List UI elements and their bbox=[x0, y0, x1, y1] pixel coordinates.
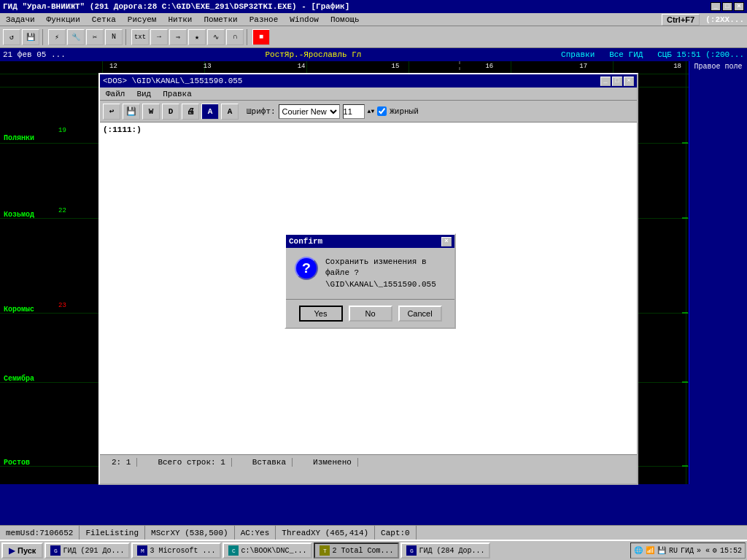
dos-editor-statusbar: 2: 1 Всего строк: 1 Вставка Изменено bbox=[100, 454, 637, 469]
taskbar-item-total-com[interactable]: T 2 Total Com... bbox=[314, 542, 399, 559]
question-icon: ? bbox=[295, 257, 318, 280]
toolbar-btn-5[interactable]: ✂ bbox=[86, 29, 104, 45]
font-select-area: Шрифт: Courier New ▲▼ Жирный bbox=[247, 104, 419, 119]
dos-status-mode: Вставка bbox=[247, 458, 293, 467]
confirm-message: Сохранить изменения в файле ? \GID\KANAL… bbox=[325, 257, 446, 290]
confirm-close-button[interactable]: × bbox=[441, 237, 452, 246]
maximize-button[interactable]: □ bbox=[722, 2, 732, 11]
menu-window[interactable]: Window bbox=[287, 15, 322, 24]
menu-pomoshch[interactable]: Помощь bbox=[328, 15, 363, 24]
dos-editor-toolbar: ↩ 💾 W D 🖨 A A Шрифт: Courier New ▲▼ Жирн… bbox=[100, 101, 637, 122]
toolbar-btn-arrow[interactable]: → bbox=[150, 29, 168, 45]
task-icon-5: G bbox=[406, 545, 417, 556]
dos-maximize-button[interactable]: □ bbox=[612, 77, 622, 86]
toolbar-btn-arch[interactable]: ∩ bbox=[226, 29, 244, 45]
km-marker-1: 19 bbox=[58, 127, 66, 134]
taskbar-right: 🌐 📶 💾 RU ГИД » « ⚙ 15:52 bbox=[630, 542, 746, 559]
dos-menu-edit[interactable]: Правка bbox=[160, 90, 195, 98]
menu-setka[interactable]: Сетка bbox=[89, 15, 119, 24]
tray-settings-icon: ⚙ bbox=[713, 546, 717, 555]
status-mscr: MScrXY (538,500) bbox=[145, 526, 235, 540]
toolbar-separator-2 bbox=[125, 29, 128, 45]
toolbar-btn-star[interactable]: ★ bbox=[188, 29, 206, 45]
close-button[interactable]: × bbox=[734, 2, 744, 11]
confirm-title-text: Confirm bbox=[289, 237, 322, 246]
menu-pometki[interactable]: Пометки bbox=[201, 15, 240, 24]
toolbar-btn-6[interactable]: N bbox=[105, 29, 123, 45]
confirm-buttons: Yes No Cancel bbox=[286, 299, 454, 327]
minimize-button[interactable]: _ bbox=[711, 2, 721, 11]
font-select[interactable]: Courier New bbox=[279, 104, 340, 119]
tray-internet-icon: 🌐 bbox=[634, 546, 643, 555]
bold-checkbox[interactable] bbox=[377, 106, 387, 116]
info-bar: 21 фев 05 ... РостЯр.-Ярославль Гл Справ… bbox=[0, 48, 747, 61]
dos-content-text: (:1111:) bbox=[103, 125, 142, 134]
menu-risuem[interactable]: Рисуем bbox=[125, 15, 160, 24]
toolbar-btn-1[interactable]: ↺ bbox=[3, 29, 20, 45]
toolbar-btn-4[interactable]: 🔧 bbox=[67, 29, 85, 45]
dos-menu-file[interactable]: Файл bbox=[103, 90, 128, 98]
status-file-listing: FileListing bbox=[80, 526, 145, 540]
task-label-4: 2 Total Com... bbox=[332, 547, 393, 555]
status-capt: Capt:0 bbox=[375, 526, 417, 540]
main-title-bar: ГИД "Урал-ВНИИЖТ" (291 Дорога:28 C:\GID\… bbox=[0, 0, 747, 13]
confirm-dialog: Confirm × ? Сохранить изменения в файле … bbox=[285, 233, 456, 329]
confirm-no-button[interactable]: No bbox=[349, 306, 392, 322]
tray-time: 15:52 bbox=[720, 547, 742, 555]
toolbar-btn-wave[interactable]: ∿ bbox=[207, 29, 225, 45]
info-vse-gid[interactable]: Все ГИД bbox=[609, 50, 643, 59]
tray-arrows[interactable]: » « bbox=[697, 547, 710, 555]
task-icon-1: G bbox=[50, 545, 61, 556]
toolbar-btn-2[interactable]: 💾 bbox=[22, 29, 39, 45]
tray-hdd-icon: 💾 bbox=[657, 546, 666, 555]
status-ac: AC:Yes bbox=[235, 526, 276, 540]
menu-nitki[interactable]: Нитки bbox=[165, 15, 195, 24]
toolbar-btn-stop[interactable]: ■ bbox=[252, 29, 270, 45]
dos-toolbar-save[interactable]: 💾 bbox=[123, 104, 140, 120]
task-icon-3: C bbox=[228, 545, 239, 556]
dos-toolbar-a2[interactable]: A bbox=[221, 104, 239, 120]
tray-lang[interactable]: RU bbox=[669, 547, 678, 555]
dos-toolbar-return[interactable]: ↩ bbox=[103, 104, 120, 120]
confirm-cancel-button[interactable]: Cancel bbox=[398, 306, 442, 322]
menu-functsii[interactable]: Функции bbox=[44, 15, 83, 24]
toolbar-separator-1 bbox=[42, 29, 45, 45]
dos-toolbar-d[interactable]: D bbox=[162, 104, 179, 120]
dos-editor-title-buttons[interactable]: _ □ × bbox=[600, 77, 634, 86]
dos-editor-titlebar: <DOS> \GID\KANAL\_1551590.055 _ □ × bbox=[100, 74, 637, 88]
menu-zadachi[interactable]: Задачи bbox=[3, 15, 38, 24]
km-marker-2: 22 bbox=[58, 207, 66, 214]
dos-status-position: 2: 1 bbox=[106, 458, 137, 467]
taskbar-item-book[interactable]: C c:\BOOK\DNC_... bbox=[222, 542, 312, 559]
confirm-yes-button[interactable]: Yes bbox=[299, 306, 343, 322]
menu-raznoe[interactable]: Разное bbox=[247, 15, 282, 24]
taskbar-item-gid-291[interactable]: G ГИД (291 До... bbox=[44, 542, 130, 559]
dos-close-button[interactable]: × bbox=[624, 77, 634, 86]
dos-minimize-button[interactable]: _ bbox=[600, 77, 611, 86]
taskbar-item-gid-284[interactable]: G ГИД (284 Дор... bbox=[400, 542, 490, 559]
start-button[interactable]: ▶ Пуск bbox=[1, 542, 43, 559]
toolbar-btn-dash[interactable]: ⇒ bbox=[169, 29, 187, 45]
task-label-1: ГИД (291 До... bbox=[63, 547, 124, 555]
font-size-arrows[interactable]: ▲▼ bbox=[368, 108, 375, 114]
dos-toolbar-print[interactable]: 🖨 bbox=[182, 104, 199, 120]
dos-menu-view[interactable]: Вид bbox=[133, 90, 154, 98]
dos-toolbar-w[interactable]: W bbox=[142, 104, 160, 120]
taskbar-item-microsoft[interactable]: M 3 Microsoft ... bbox=[131, 542, 221, 559]
info-spravki[interactable]: Справки bbox=[561, 50, 595, 59]
toolbar-separator-3 bbox=[247, 29, 249, 45]
title-bar-buttons[interactable]: _ □ × bbox=[711, 2, 744, 11]
task-label-5: ГИД (284 Дор... bbox=[419, 547, 484, 555]
toolbar-btn-3[interactable]: ⚡ bbox=[48, 29, 66, 45]
dos-status-changed: Изменено bbox=[307, 458, 358, 467]
start-label: Пуск bbox=[18, 546, 36, 555]
toolbar-btn-txt[interactable]: txt bbox=[131, 29, 149, 45]
info-route: РостЯр.-Ярославль Гл bbox=[265, 50, 361, 59]
status-mem: memUsd:7106652 bbox=[0, 526, 80, 540]
confirm-filename: \GID\KANAL\_1551590.055 bbox=[325, 279, 446, 290]
ctrl-f7-button[interactable]: Ctrl+F7 bbox=[662, 14, 700, 26]
right-panel: Правое поле bbox=[689, 61, 747, 484]
confirm-question: Сохранить изменения в файле ? bbox=[325, 257, 446, 279]
dos-toolbar-a1[interactable]: A bbox=[201, 104, 219, 120]
font-size-input[interactable] bbox=[343, 104, 365, 119]
